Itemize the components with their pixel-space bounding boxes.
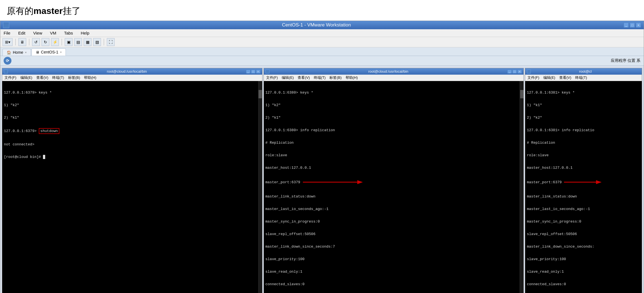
vm-logo-icon: ⟳: [4, 57, 11, 65]
term1-line2: 1) "k2": [4, 103, 261, 107]
term2-line1: 127.0.0.1:6380> keys *: [266, 91, 522, 95]
menu-help[interactable]: Help: [79, 30, 90, 36]
term3-body[interactable]: 127.0.0.1:6381> keys * 1) "k1" 2) "k2" 1…: [525, 81, 642, 293]
toolbar-undo-btn[interactable]: ↺: [32, 38, 40, 46]
vmware-window: CentOS-1 - VMware Workstation _ □ × File…: [0, 21, 644, 293]
term3-icon: [527, 70, 531, 74]
vmware-title: CentOS-1 - VMware Workstation: [9, 22, 624, 28]
term1-menu-term[interactable]: 终端(T): [52, 75, 64, 80]
term1-minimize[interactable]: _: [246, 70, 250, 74]
term3-line6: role:slave: [527, 153, 640, 157]
term3-line14: slave_priority:100: [527, 257, 640, 261]
toolbar-btn5[interactable]: ▤: [74, 38, 82, 46]
term3-title: root@cl: [531, 69, 640, 74]
toolbar-grid-btn[interactable]: ⊞▾: [3, 38, 13, 46]
centos1-tab-label: CentOS-1: [41, 50, 58, 54]
menu-view[interactable]: View: [32, 30, 43, 36]
term2-body[interactable]: 127.0.0.1:6380> keys * 1) "k2" 2) "k1" 1…: [264, 81, 524, 293]
term3-line13: master_link_down_since_seconds:: [527, 245, 640, 249]
toolbar-btn7[interactable]: ▧: [93, 38, 101, 46]
terminal-2: root@cloud:/usr/local/bin _ □ × 文件(F) 编辑…: [264, 68, 524, 293]
term1-close[interactable]: ×: [256, 70, 261, 74]
term2-line4: 127.0.0.1:6380> info replication: [266, 128, 522, 132]
toolbar-dropdown[interactable]: ⊞▾: [3, 38, 13, 46]
window-controls: _ □ ×: [624, 23, 641, 28]
term3-menu-view[interactable]: 查看(V): [559, 75, 571, 80]
menu-file[interactable]: File: [3, 30, 11, 36]
term1-titlebar: root@cloud:/usr/local/bin _ □ ×: [2, 68, 262, 75]
term2-menu-term[interactable]: 终端(T): [314, 75, 326, 80]
toolbar-sep3: [62, 39, 62, 45]
term3-menu-file[interactable]: 文件(F): [527, 75, 539, 80]
tabs-bar: 🏠 Home × 🖥 CentOS-1 ×: [0, 47, 644, 56]
term2-line16: connected_slaves:0: [266, 282, 522, 286]
term2-red-arrow: [303, 178, 364, 186]
term2-master-port: master_port:6379: [266, 180, 300, 184]
centos1-tab-icon: 🖥: [36, 50, 39, 54]
term2-icon: [266, 70, 269, 74]
toolbar-copy-btn[interactable]: 🖥: [18, 38, 26, 46]
menu-tabs[interactable]: Tabs: [63, 30, 74, 36]
term2-close[interactable]: ×: [517, 70, 522, 74]
minimize-btn[interactable]: _: [624, 23, 629, 28]
term1-title: root@cloud:/usr/local/bin: [8, 69, 246, 74]
term1-line4: 127.0.0.1:6379> shutdown: [4, 128, 261, 134]
term3-menu-term[interactable]: 终端(T): [575, 75, 587, 80]
maximize-btn[interactable]: □: [630, 23, 635, 28]
term1-menu-view[interactable]: 查看(V): [36, 75, 48, 80]
term1-menu-file[interactable]: 文件(F): [4, 75, 16, 80]
term1-line6: [root@cloud bin]#: [4, 155, 261, 159]
term2-scroll-thumb[interactable]: [520, 90, 524, 98]
toolbar-btn6[interactable]: ▦: [84, 38, 91, 46]
term2-menu-help[interactable]: 帮助(H): [346, 75, 358, 80]
toolbar-sep1: [15, 39, 16, 45]
menu-bar: File Edit View VM Tabs Help: [0, 29, 644, 37]
term3-line3: 2) "k2": [527, 116, 640, 120]
term1-scroll-thumb[interactable]: [259, 90, 262, 98]
toolbar-btn4[interactable]: ▣: [65, 38, 73, 46]
term2-maximize[interactable]: □: [512, 70, 517, 74]
term2-scrollbar[interactable]: [520, 81, 524, 293]
term3-master-port: master_port:6379: [527, 180, 562, 184]
close-btn[interactable]: ×: [636, 23, 641, 28]
terminal-3: root@cl 文件(F) 编辑(E) 查看(V) 终端(T) 127.0.0.…: [525, 68, 642, 293]
svg-marker-3: [596, 180, 602, 184]
toolbar: ⊞▾ 🖥 ↺ ↻ ⚡ ▣ ▤ ▦ ▧ ⛶: [0, 37, 644, 47]
menu-edit[interactable]: Edit: [17, 30, 26, 36]
term2-line14: slave_priority:100: [266, 257, 522, 261]
term1-menubar: 文件(F) 编辑(E) 查看(V) 终端(T) 标签(B) 帮助(H): [2, 75, 262, 81]
term1-menu-edit[interactable]: 编辑(E): [20, 75, 32, 80]
term1-scrollbar[interactable]: [258, 81, 262, 293]
term2-line15: slave_read_only:1: [266, 270, 522, 274]
term1-maximize[interactable]: □: [251, 70, 255, 74]
term1-menu-tab[interactable]: 标签(B): [68, 75, 80, 80]
toolbar-redo-btn[interactable]: ↻: [42, 38, 49, 46]
term1-menu-help[interactable]: 帮助(H): [84, 75, 96, 80]
term2-menu-edit[interactable]: 编辑(E): [282, 75, 294, 80]
annotation-bold: master: [33, 6, 63, 16]
term2-line5: # Replication: [266, 141, 522, 145]
term3-menubar: 文件(F) 编辑(E) 查看(V) 终端(T): [525, 75, 642, 81]
menu-vm[interactable]: VM: [49, 30, 57, 36]
term2-line9: master_link_status:down: [266, 194, 522, 199]
term2-line6: role:slave: [266, 153, 522, 157]
term2-line3: 2) "k1": [266, 116, 522, 120]
vmware-titlebar: CentOS-1 - VMware Workstation _ □ ×: [0, 21, 644, 29]
centos1-tab-close[interactable]: ×: [60, 50, 62, 54]
term2-line2: 1) "k2": [266, 103, 522, 107]
term2-minimize[interactable]: _: [507, 70, 512, 74]
tab-centos1[interactable]: 🖥 CentOS-1 ×: [32, 48, 66, 56]
annotation-suffix: 挂了: [63, 6, 81, 16]
term2-menu-file[interactable]: 文件(F): [266, 75, 278, 80]
home-tab-icon: 🏠: [7, 50, 11, 55]
home-tab-close[interactable]: ×: [25, 51, 26, 54]
tab-home[interactable]: 🏠 Home ×: [3, 49, 31, 56]
toolbar-fullscreen-btn[interactable]: ⛶: [107, 38, 115, 46]
term2-menu-view[interactable]: 查看(V): [298, 75, 310, 80]
toolbar-power-btn[interactable]: ⚡: [51, 38, 59, 46]
term2-menu-tab[interactable]: 标签(B): [329, 75, 341, 80]
term1-body[interactable]: 127.0.0.1:6379> keys * 1) "k2" 2) "k1" 1…: [2, 81, 262, 293]
term2-line12: slave_repl_offset:50506: [266, 232, 522, 236]
term1-line5: not connected>: [4, 142, 261, 146]
term3-menu-edit[interactable]: 编辑(E): [543, 75, 555, 80]
